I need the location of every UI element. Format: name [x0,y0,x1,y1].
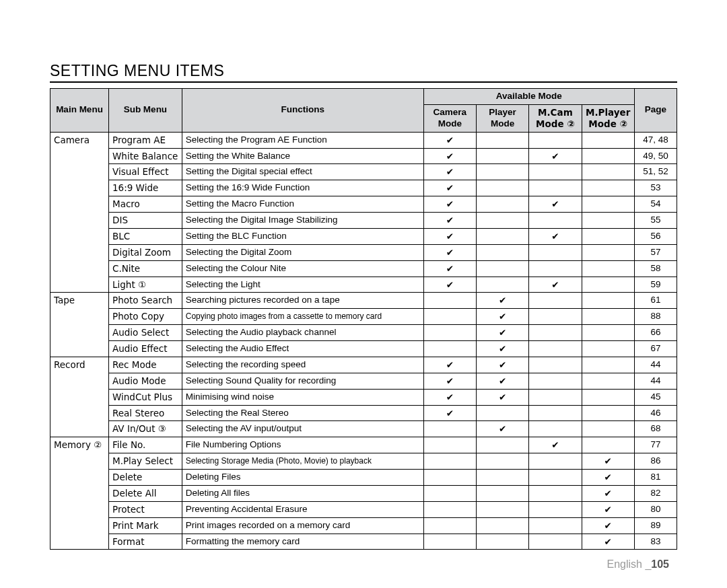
mode-cell [582,309,634,325]
mode-cell: ✔ [423,213,476,229]
table-row: Print MarkPrint images recorded on a mem… [50,517,677,534]
th-player-mode: Player Mode [476,104,528,132]
mode-cell [529,389,582,405]
sub-menu-cell: 16:9 Wide [109,180,182,196]
sub-menu-cell: Visual Effect [109,164,182,180]
mode-cell [476,213,528,229]
function-cell: Selecting the Program AE Function [182,132,423,148]
table-row: Real StereoSelecting the Real Stereo✔46 [50,405,677,421]
sub-menu-cell: File No. [109,437,182,453]
function-cell: Setting the White Balance [182,148,423,164]
mode-cell [529,405,582,421]
sub-menu-cell: White Balance [109,148,182,164]
sub-menu-cell: Program AE [109,132,182,148]
table-row: AV In/Out ③Selecting the AV input/output… [50,421,677,437]
sub-menu-cell: Audio Select [109,325,182,341]
mode-cell [582,389,634,405]
page-cell: 66 [634,325,677,341]
sub-menu-cell: Audio Effect [109,341,182,357]
function-cell: Setting the Digital special effect [182,164,423,180]
mode-cell: ✔ [423,357,476,373]
sub-menu-cell: Delete All [109,485,182,501]
mode-cell [423,309,476,325]
page-cell: 56 [634,228,677,244]
mode-cell [423,421,476,437]
function-cell: Deleting All files [182,485,423,501]
th-page: Page [634,89,677,133]
mode-cell: ✔ [476,357,528,373]
page-cell: 61 [634,293,677,309]
mode-cell [529,309,582,325]
sub-menu-cell: WindCut Plus [109,389,182,405]
mode-cell [476,180,528,196]
sub-menu-cell: Light ① [109,277,182,293]
mode-cell [529,373,582,389]
page-cell: 68 [634,421,677,437]
page-title: SETTING MENU ITEMS [50,62,677,83]
page-cell: 81 [634,470,677,486]
mode-cell [476,196,528,213]
mode-cell [529,501,582,517]
table-row: Audio EffectSelecting the Audio Effect✔6… [50,341,677,357]
page-cell: 54 [634,196,677,213]
table-row: M.Play SelectSelecting Storage Media (Ph… [50,453,677,470]
mode-cell [582,341,634,357]
mode-cell [423,534,476,550]
mode-cell: ✔ [582,453,634,470]
mode-cell: ✔ [582,517,634,534]
mode-cell [529,325,582,341]
function-cell: Setting the 16:9 Wide Function [182,180,423,196]
th-mcam-mode: M.Cam Mode ② [529,104,582,132]
table-row: FormatFormatting the memory card✔83 [50,534,677,550]
table-row: CameraProgram AESelecting the Program AE… [50,132,677,148]
page-cell: 46 [634,405,677,421]
page-cell: 83 [634,534,677,550]
mode-cell [476,164,528,180]
function-cell: File Numbering Options [182,437,423,453]
mode-cell [529,421,582,437]
sub-menu-cell: C.Nite [109,260,182,277]
mode-cell [476,534,528,550]
mode-cell [582,277,634,293]
mode-cell: ✔ [476,325,528,341]
mode-cell: ✔ [423,164,476,180]
mode-cell: ✔ [529,228,582,244]
mode-cell [529,244,582,260]
mode-cell [529,470,582,486]
mode-cell [476,228,528,244]
table-row: BLCSetting the BLC Function✔✔56 [50,228,677,244]
mode-cell [529,293,582,309]
mode-cell [582,260,634,277]
mode-cell [529,132,582,148]
mode-cell: ✔ [582,534,634,550]
mode-cell: ✔ [476,389,528,405]
sub-menu-cell: Macro [109,196,182,213]
mode-cell [423,453,476,470]
main-menu-cell: Memory ② [50,437,109,550]
mode-cell [529,357,582,373]
table-row: DISSelecting the Digital Image Stabilizi… [50,213,677,229]
mode-cell: ✔ [423,196,476,213]
mode-cell: ✔ [582,470,634,486]
page-cell: 45 [634,389,677,405]
mode-cell [476,485,528,501]
mode-cell [582,148,634,164]
page-cell: 89 [634,517,677,534]
table-row: TapePhoto SearchSearching pictures recor… [50,293,677,309]
mode-cell [582,244,634,260]
table-row: 16:9 WideSetting the 16:9 Wide Function✔… [50,180,677,196]
page-cell: 82 [634,485,677,501]
mode-cell [582,325,634,341]
page-cell: 57 [634,244,677,260]
mode-cell: ✔ [423,228,476,244]
mode-cell: ✔ [582,501,634,517]
table-row: C.NiteSelecting the Colour Nite✔58 [50,260,677,277]
function-cell: Selecting the Digital Image Stabilizing [182,213,423,229]
mode-cell: ✔ [423,373,476,389]
table-row: Audio SelectSelecting the Audio playback… [50,325,677,341]
page-cell: 51, 52 [634,164,677,180]
function-cell: Selecting the Audio playback channel [182,325,423,341]
function-cell: Selecting the recording speed [182,357,423,373]
function-cell: Searching pictures recorded on a tape [182,293,423,309]
main-menu-cell: Tape [50,293,109,357]
